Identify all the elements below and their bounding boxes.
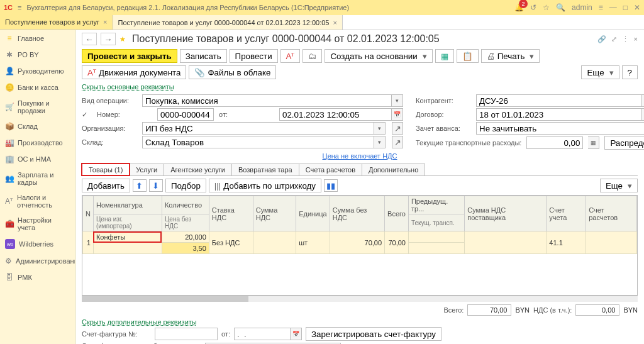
post-button[interactable]: Провести bbox=[230, 49, 278, 63]
movements-button[interactable]: АᵀДвижения документа bbox=[82, 65, 186, 79]
files-button[interactable]: 📎Файлы в облаке bbox=[189, 65, 276, 79]
distribute-button[interactable]: Распределить bbox=[604, 136, 644, 150]
price-note-link[interactable]: Цена не включает НДС bbox=[323, 152, 397, 160]
sidebar-item-salary[interactable]: 👥Зарплата и кадры bbox=[0, 167, 75, 190]
col-account[interactable]: Счет учета bbox=[547, 196, 586, 231]
print-button[interactable]: 🖨Печать bbox=[481, 49, 540, 63]
cell-prev2[interactable] bbox=[408, 243, 464, 254]
warehouse-field[interactable] bbox=[142, 136, 374, 148]
calendar-icon[interactable]: 📅 bbox=[392, 108, 403, 121]
nav-fwd-button[interactable]: → bbox=[101, 33, 116, 45]
add-row-button[interactable]: Добавить bbox=[82, 179, 130, 192]
dt-kt-button[interactable]: Аᵀ bbox=[280, 49, 301, 63]
hide-main-link[interactable]: Скрыть основные реквизиты bbox=[82, 83, 174, 91]
dropdown-icon[interactable]: ▾ bbox=[392, 94, 403, 107]
create-based-button[interactable]: Создать на основании bbox=[325, 49, 432, 63]
col-total[interactable]: Всего bbox=[385, 196, 409, 231]
col-sum-wo[interactable]: Сумма без НДС bbox=[330, 196, 384, 231]
tab-close-icon[interactable]: × bbox=[103, 18, 107, 26]
sidebar-item-taxes[interactable]: АᵀНалоги и отчетность bbox=[0, 190, 75, 213]
h-scrollbar[interactable] bbox=[82, 296, 638, 302]
close-icon[interactable]: ✕ bbox=[634, 3, 640, 12]
tab-receipt-doc[interactable]: Поступление товаров и услуг 0000-000044 … bbox=[113, 15, 343, 30]
cell-account[interactable]: 41.1 bbox=[547, 231, 586, 254]
history-icon[interactable]: ↺ bbox=[530, 3, 536, 12]
open-org-button[interactable]: ↗ bbox=[392, 122, 403, 135]
sidebar-item-assets[interactable]: 🏢ОС и НМА bbox=[0, 151, 75, 167]
sf-num-field[interactable] bbox=[155, 328, 218, 340]
expand-icon[interactable]: ⤢ bbox=[611, 35, 617, 43]
register-sf-button[interactable]: Зарегистрировать счет-фактуру bbox=[306, 327, 441, 341]
tab-close-icon[interactable]: × bbox=[333, 19, 336, 26]
advance-field[interactable] bbox=[476, 122, 644, 135]
col-unit[interactable]: Единица bbox=[296, 196, 330, 231]
open-warehouse-button[interactable]: ↗ bbox=[392, 136, 403, 148]
bell-icon[interactable]: 🔔2 bbox=[514, 3, 524, 12]
user-label[interactable]: admin bbox=[572, 3, 592, 12]
barcode-button[interactable]: |||Добавить по штрихкоду bbox=[209, 179, 321, 192]
post-close-button[interactable]: Провести и закрыть bbox=[82, 49, 177, 63]
move-down-button[interactable]: ⬇ bbox=[149, 179, 163, 192]
more-icon[interactable]: ⋮ bbox=[622, 35, 629, 43]
col-nomen[interactable]: Номенклатура bbox=[93, 196, 162, 214]
sidebar-item-wildberries[interactable]: wbWildberries bbox=[0, 235, 75, 253]
cell-n[interactable]: 1 bbox=[83, 231, 94, 254]
org-field[interactable] bbox=[142, 122, 374, 135]
tab-services[interactable]: Услуги bbox=[129, 164, 164, 175]
number-field[interactable] bbox=[157, 108, 214, 121]
col-vat-rate[interactable]: Ставка НДС bbox=[209, 196, 253, 231]
cell-sum-wo[interactable]: 70,00 bbox=[330, 231, 384, 254]
col-settle[interactable]: Счет расчетов bbox=[586, 196, 637, 231]
dropdown-icon[interactable]: ▾ bbox=[374, 122, 386, 135]
counterparty-field[interactable] bbox=[476, 94, 642, 107]
hide-extra-link[interactable]: Скрыть дополнительные реквизиты bbox=[82, 318, 197, 326]
transport-field[interactable] bbox=[526, 136, 583, 149]
col-prev2[interactable]: Текущ. трансп. bbox=[408, 214, 464, 231]
search-icon[interactable]: 🔍 bbox=[556, 3, 565, 12]
dropdown-icon[interactable]: ▾ bbox=[374, 136, 386, 148]
nav-back-button[interactable]: ← bbox=[82, 33, 97, 45]
col-nomen2[interactable]: Цена изг. (импортера) bbox=[93, 214, 162, 231]
cell-nomen[interactable]: Конфеты bbox=[93, 231, 162, 243]
help-button[interactable]: ? bbox=[622, 65, 638, 79]
col-qty[interactable]: Количество bbox=[162, 196, 209, 214]
sidebar-item-main[interactable]: ≡Главное bbox=[0, 30, 75, 47]
date-field[interactable] bbox=[279, 108, 392, 121]
col-prev[interactable]: Предыдущ. тр... bbox=[408, 196, 464, 214]
sidebar-item-rmk[interactable]: 🗄РМК bbox=[0, 269, 75, 286]
tab-tare[interactable]: Возвратная тара bbox=[231, 164, 299, 175]
sidebar-item-warehouse[interactable]: 📦Склад bbox=[0, 118, 75, 135]
star-icon[interactable]: ☆ bbox=[543, 3, 550, 12]
cell-qty[interactable]: 20,000 bbox=[162, 231, 209, 243]
table-row[interactable]: 1 Конфеты 20,000 Без НДС шт 70,00 70,00 … bbox=[83, 231, 637, 243]
cell-vat-supplier[interactable] bbox=[465, 231, 547, 254]
sidebar-item-admin[interactable]: ⚙Администрирование bbox=[0, 253, 75, 269]
sidebar-item-manager[interactable]: 👤Руководителю bbox=[0, 63, 75, 79]
tbl-more-button[interactable]: Еще bbox=[600, 179, 638, 192]
tab-receipts-list[interactable]: Поступление товаров и услуг× bbox=[0, 15, 113, 30]
cell-vat-sum[interactable] bbox=[253, 231, 296, 254]
menu-icon[interactable]: ≡ bbox=[18, 4, 21, 11]
col-vat-supplier[interactable]: Сумма НДС поставщика bbox=[465, 196, 547, 231]
copy-button[interactable]: 📋 bbox=[457, 49, 479, 63]
sidebar-item-settings[interactable]: 🧰Настройки учета bbox=[0, 213, 75, 235]
tab-agent[interactable]: Агентские услуги bbox=[164, 164, 232, 175]
favorite-icon[interactable]: ★ bbox=[119, 35, 126, 43]
sidebar-item-bank[interactable]: 🪙Банк и касса bbox=[0, 79, 75, 96]
cell-nomen2[interactable] bbox=[93, 243, 162, 254]
cell-price[interactable]: 3,50 bbox=[162, 243, 209, 254]
cell-unit[interactable]: шт bbox=[296, 231, 330, 254]
sidebar-item-poby[interactable]: ✱PO BY bbox=[0, 47, 75, 63]
cell-vat-rate[interactable]: Без НДС bbox=[209, 231, 253, 254]
scan-button[interactable]: ▮▮ bbox=[324, 179, 338, 192]
maximize-icon[interactable]: □ bbox=[623, 3, 628, 12]
excel-button[interactable]: ▦ bbox=[435, 49, 454, 63]
close-doc-icon[interactable]: × bbox=[634, 35, 638, 43]
cell-settle[interactable] bbox=[586, 231, 637, 254]
more-button[interactable]: Еще bbox=[581, 65, 619, 79]
save-button[interactable]: Записать bbox=[180, 49, 227, 63]
sf-date-field[interactable] bbox=[234, 328, 291, 340]
link-icon[interactable]: 🔗 bbox=[597, 35, 606, 43]
tab-extra[interactable]: Дополнительно bbox=[362, 164, 425, 175]
minimize-icon[interactable]: — bbox=[609, 3, 617, 12]
